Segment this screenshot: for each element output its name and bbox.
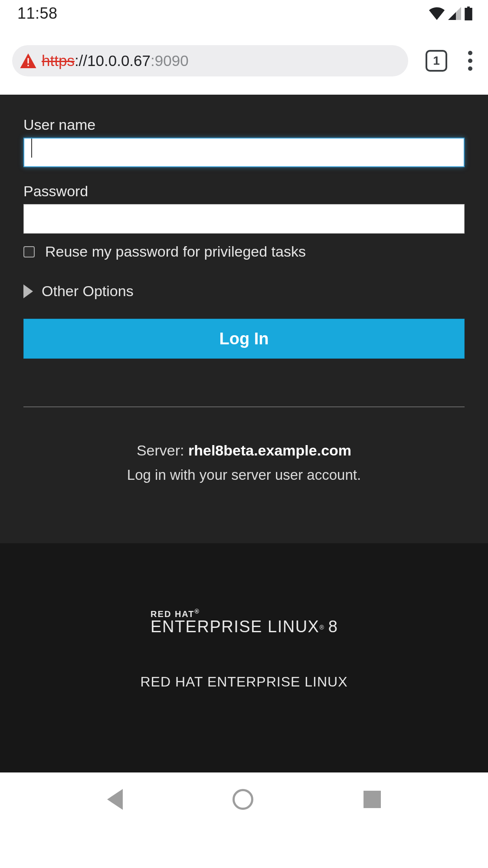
- nav-back-icon[interactable]: [107, 789, 123, 810]
- nav-home-icon[interactable]: [233, 789, 253, 810]
- url-port: :9090: [151, 52, 189, 69]
- svg-rect-0: [27, 58, 29, 63]
- username-label: User name: [23, 116, 465, 133]
- insecure-warning-icon: [20, 53, 36, 68]
- url-host: ://10.0.0.67: [75, 52, 151, 69]
- svg-rect-1: [27, 65, 29, 66]
- registered-mark: ®: [195, 608, 200, 615]
- signal-icon: [448, 7, 461, 20]
- divider: [23, 406, 465, 407]
- browser-chrome: https://10.0.0.67:9090 1: [0, 27, 488, 95]
- server-host: rhel8beta.example.com: [188, 442, 351, 459]
- product-name: RED HAT ENTERPRISE LINUX: [0, 674, 488, 690]
- server-subtext: Log in with your server user account.: [23, 467, 465, 483]
- password-label: Password: [23, 183, 465, 200]
- reuse-password-checkbox-row[interactable]: Reuse my password for privileged tasks: [23, 243, 465, 260]
- address-bar[interactable]: https://10.0.0.67:9090: [12, 45, 408, 76]
- url-scheme: https: [42, 52, 75, 69]
- caret-right-icon: [23, 284, 33, 298]
- password-input[interactable]: [23, 204, 465, 234]
- url-text: https://10.0.0.67:9090: [42, 52, 189, 69]
- overflow-menu-icon[interactable]: [465, 47, 476, 74]
- statusbar-time: 11:58: [17, 4, 58, 23]
- branding-panel: RED HAT® ENTERPRISE LINUX®8 RED HAT ENTE…: [0, 543, 488, 772]
- other-options-toggle[interactable]: Other Options: [23, 283, 465, 300]
- logo-version: 8: [328, 617, 337, 636]
- wifi-icon: [429, 7, 445, 20]
- reuse-password-checkbox[interactable]: [23, 246, 35, 257]
- nav-recent-icon[interactable]: [364, 791, 381, 808]
- android-statusbar: 11:58: [0, 0, 488, 27]
- login-button[interactable]: Log In: [23, 319, 465, 359]
- battery-icon: [465, 7, 472, 20]
- other-options-label: Other Options: [42, 283, 134, 300]
- registered-mark-2: ®: [319, 624, 324, 630]
- tab-count: 1: [433, 54, 440, 68]
- username-input[interactable]: [23, 138, 465, 167]
- server-line: Server: rhel8beta.example.com: [23, 442, 465, 459]
- username-group: User name: [23, 116, 465, 167]
- text-cursor: [31, 139, 32, 158]
- password-group: Password: [23, 183, 465, 234]
- statusbar-icons: [429, 7, 472, 20]
- server-prefix: Server:: [137, 442, 188, 459]
- android-navbar: [0, 772, 488, 826]
- logo-big-text: ENTERPRISE LINUX: [151, 617, 319, 636]
- redhat-logo: RED HAT® ENTERPRISE LINUX®8: [151, 608, 337, 635]
- reuse-password-label: Reuse my password for privileged tasks: [45, 243, 306, 260]
- tabs-button[interactable]: 1: [426, 50, 447, 72]
- login-panel: User name Password Reuse my password for…: [0, 95, 488, 543]
